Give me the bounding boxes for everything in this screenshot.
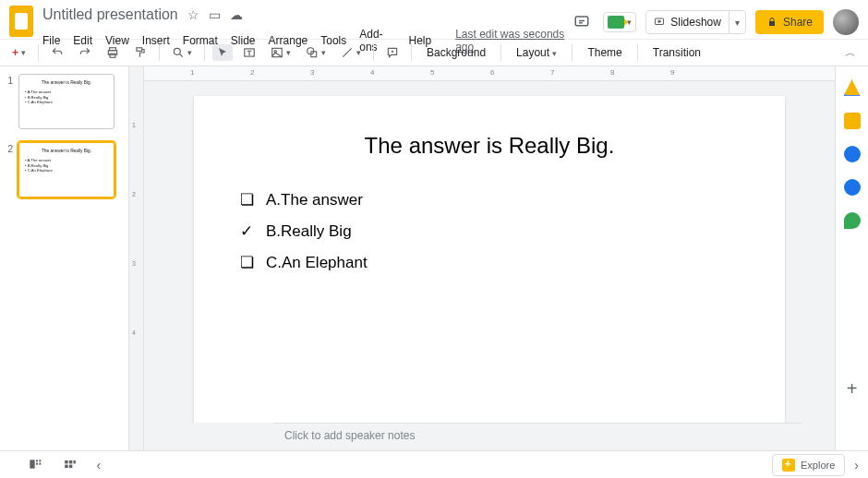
slideshow-dropdown[interactable]: ▾ [729, 13, 745, 32]
option-row[interactable]: ✓B.Really Big [240, 216, 739, 247]
shape-tool[interactable]: ▾ [301, 43, 331, 62]
header-actions: ▾ Slideshow ▾ Share [570, 6, 859, 35]
separator [204, 44, 205, 61]
slideshow-label: Slideshow [670, 16, 721, 29]
paint-format-button[interactable] [129, 43, 151, 62]
keep-icon[interactable] [844, 113, 861, 129]
canvas-column: 123456789 The answer is Really Big. ❏A.T… [144, 66, 835, 450]
separator [500, 44, 501, 61]
share-button[interactable]: Share [755, 10, 824, 34]
account-avatar[interactable] [833, 9, 859, 35]
tasks-icon[interactable] [844, 146, 861, 162]
explore-button[interactable]: Explore [772, 454, 845, 476]
svg-rect-23 [68, 464, 72, 468]
thumb-number: 2 [6, 142, 13, 197]
option-row[interactable]: ❏C.An Elephant [240, 247, 739, 279]
select-tool[interactable] [212, 44, 233, 61]
slides-logo[interactable] [9, 6, 33, 37]
move-icon[interactable]: ▭ [209, 7, 221, 22]
svg-rect-17 [36, 462, 38, 464]
theme-button[interactable]: Theme [580, 43, 629, 62]
collapse-toolbar-icon[interactable]: ︿ [840, 42, 861, 64]
add-addon-icon[interactable]: + [844, 380, 861, 397]
explore-label: Explore [801, 460, 835, 471]
explore-icon [782, 459, 795, 472]
background-button[interactable]: Background [419, 43, 493, 62]
workspace: 1The answer is Really Big.• A.The answer… [0, 66, 868, 450]
new-slide-button[interactable]: +▾ [7, 43, 30, 62]
lock-icon [766, 17, 778, 28]
ruler-horizontal: 123456789 [144, 66, 835, 81]
doc-title[interactable]: Untitled presentation [42, 6, 178, 23]
image-tool[interactable]: ▾ [266, 43, 295, 62]
calendar-icon[interactable] [844, 79, 861, 96]
slide-thumbnail[interactable]: The answer is Really Big.• A.The answer•… [18, 74, 115, 129]
svg-rect-15 [36, 460, 38, 461]
zoom-button[interactable]: ▾ [167, 43, 197, 62]
separator [159, 44, 160, 61]
chevron-left-icon[interactable]: ‹ [96, 458, 101, 472]
comment-button[interactable] [381, 43, 404, 62]
separator [38, 44, 39, 61]
canvas-area[interactable]: The answer is Really Big. ❏A.The answer✓… [144, 81, 835, 423]
speaker-notes[interactable]: Click to add speaker notes [273, 423, 802, 450]
textbox-tool[interactable] [238, 43, 260, 62]
side-panel: + [835, 66, 868, 450]
undo-button[interactable] [46, 43, 68, 62]
line-tool[interactable]: ▾ [336, 43, 366, 62]
svg-rect-3 [769, 21, 775, 26]
cloud-icon[interactable]: ☁ [230, 7, 243, 22]
separator [411, 44, 412, 61]
meet-button[interactable]: ▾ [603, 12, 636, 32]
play-icon [654, 17, 665, 28]
svg-rect-19 [65, 460, 68, 463]
svg-rect-14 [30, 460, 34, 468]
separator [637, 44, 638, 61]
svg-rect-16 [39, 460, 41, 461]
svg-marker-2 [658, 20, 661, 23]
grid-view-icon[interactable] [64, 457, 77, 473]
filmstrip: 1The answer is Really Big.• A.The answer… [0, 66, 129, 450]
svg-rect-21 [73, 460, 75, 463]
svg-point-8 [174, 48, 180, 54]
share-label: Share [783, 16, 813, 29]
comments-icon[interactable] [570, 10, 594, 34]
app-header: Untitled presentation ☆ ▭ ☁ File Edit Vi… [0, 0, 868, 39]
slide-body[interactable]: ❏A.The answer✓B.Really Big❏C.An Elephant [240, 185, 739, 279]
layout-button[interactable]: Layout ▾ [509, 43, 564, 62]
bottom-bar: ‹ Explore › [0, 450, 868, 478]
filmstrip-view-icon[interactable] [29, 457, 43, 473]
transition-button[interactable]: Transition [645, 43, 708, 62]
separator [572, 44, 573, 61]
svg-rect-20 [68, 460, 72, 463]
slide-title[interactable]: The answer is Really Big. [240, 133, 739, 159]
svg-rect-18 [39, 462, 41, 464]
slide-canvas[interactable]: The answer is Really Big. ❏A.The answer✓… [194, 96, 785, 423]
maps-icon[interactable] [844, 212, 861, 229]
slideshow-button[interactable]: Slideshow ▾ [645, 10, 746, 34]
star-icon[interactable]: ☆ [187, 7, 199, 22]
print-button[interactable] [102, 43, 124, 62]
slide-thumbnail[interactable]: The answer is Really Big.• A.The answer•… [18, 142, 115, 197]
contacts-icon[interactable] [844, 179, 861, 196]
ruler-vertical: 1234 [129, 66, 144, 450]
option-row[interactable]: ❏A.The answer [240, 185, 739, 216]
svg-rect-22 [65, 464, 68, 468]
separator [373, 44, 374, 61]
redo-button[interactable] [74, 43, 96, 62]
thumb-number: 1 [6, 74, 13, 129]
toolbar: +▾ ▾ ▾ ▾ ▾ Background Layout ▾ Theme Tra… [0, 39, 868, 66]
chevron-right-icon[interactable]: › [854, 458, 859, 472]
svg-rect-7 [137, 48, 142, 52]
meet-icon [608, 16, 624, 29]
